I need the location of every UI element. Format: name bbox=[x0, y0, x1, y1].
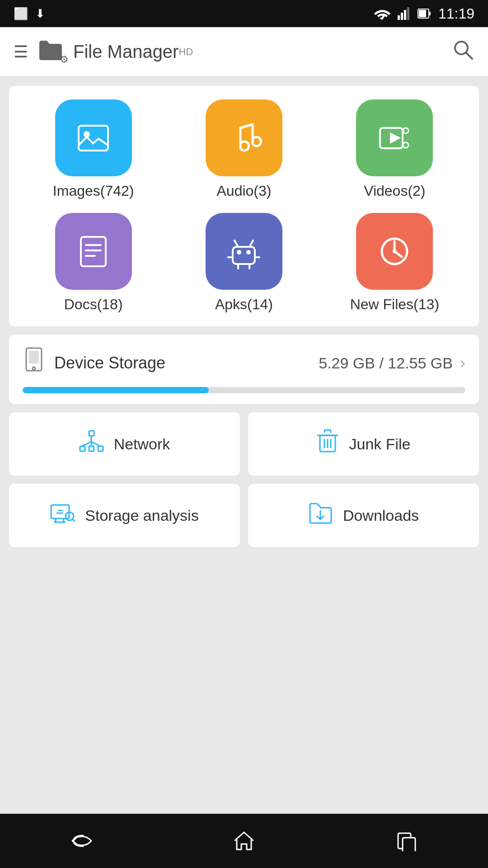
storage-chevron-icon: › bbox=[460, 354, 465, 373]
menu-button[interactable]: ☰ bbox=[14, 42, 28, 61]
downloads-label: Downloads bbox=[343, 507, 419, 524]
download-status-icon: ⬇ bbox=[35, 7, 45, 21]
images-icon-bg bbox=[55, 99, 132, 176]
svg-rect-0 bbox=[398, 15, 400, 20]
videos-icon-bg bbox=[356, 99, 433, 176]
new-files-icon-bg bbox=[356, 213, 433, 290]
svg-line-24 bbox=[249, 241, 253, 247]
wifi-icon bbox=[374, 7, 390, 20]
storage-row: Device Storage 5.29 GB / 12.55 GB › bbox=[23, 347, 465, 379]
svg-rect-6 bbox=[429, 12, 431, 15]
svg-rect-49 bbox=[51, 505, 69, 519]
storage-card[interactable]: Device Storage 5.29 GB / 12.55 GB › bbox=[9, 335, 479, 404]
main-content: Images(742) Audio(3) Video bbox=[0, 77, 488, 814]
svg-line-8 bbox=[466, 52, 472, 59]
storage-analysis-label: Storage analysis bbox=[85, 507, 198, 524]
svg-rect-2 bbox=[404, 10, 406, 20]
docs-label: Docs(18) bbox=[64, 296, 123, 313]
app-logo: ⚙ bbox=[37, 38, 69, 66]
network-button[interactable]: Network bbox=[9, 412, 240, 476]
storage-bar-fill bbox=[23, 387, 209, 393]
svg-rect-20 bbox=[233, 247, 255, 264]
network-icon bbox=[79, 430, 104, 458]
storage-bar-background bbox=[23, 387, 465, 393]
network-label: Network bbox=[114, 435, 170, 453]
home-button[interactable] bbox=[221, 823, 267, 859]
device-storage-icon bbox=[23, 347, 45, 379]
file-type-audio[interactable]: Audio(3) bbox=[173, 99, 314, 199]
docs-icon bbox=[74, 232, 113, 271]
battery-icon bbox=[418, 7, 431, 20]
svg-rect-39 bbox=[98, 446, 103, 451]
junk-file-button[interactable]: Junk File bbox=[248, 412, 479, 476]
status-bar: ⬜ ⬇ 11:19 bbox=[0, 0, 488, 27]
notif-icon-1: ⬜ bbox=[14, 7, 28, 21]
svg-point-21 bbox=[237, 250, 241, 255]
apks-icon bbox=[225, 232, 263, 271]
app-title-group: ⚙ File ManagerHD bbox=[37, 38, 193, 66]
svg-point-35 bbox=[33, 367, 35, 370]
svg-rect-5 bbox=[419, 10, 426, 17]
status-bar-left: ⬜ ⬇ bbox=[14, 7, 45, 21]
svg-point-14 bbox=[403, 142, 408, 148]
trash-icon bbox=[316, 429, 339, 459]
videos-icon bbox=[375, 119, 414, 157]
downloads-button[interactable]: Downloads bbox=[248, 484, 479, 547]
audio-icon-bg bbox=[206, 99, 282, 176]
recents-button[interactable] bbox=[384, 823, 429, 859]
back-button[interactable] bbox=[59, 823, 104, 859]
audio-icon bbox=[225, 119, 263, 157]
new-files-icon bbox=[375, 232, 414, 271]
app-bar-left: ☰ ⚙ File ManagerHD bbox=[14, 38, 193, 66]
storage-size-text: 5.29 GB / 12.55 GB bbox=[319, 354, 453, 372]
status-bar-right: 11:19 bbox=[374, 5, 474, 22]
app-bar: ☰ ⚙ File ManagerHD bbox=[0, 27, 488, 77]
apks-label: Apks(14) bbox=[215, 296, 273, 313]
download-folder-icon bbox=[308, 501, 333, 529]
svg-point-13 bbox=[403, 128, 408, 133]
file-type-docs[interactable]: Docs(18) bbox=[23, 213, 164, 313]
svg-line-23 bbox=[235, 241, 238, 247]
action-grid: Network Junk File bbox=[9, 412, 479, 547]
file-type-apks[interactable]: Apks(14) bbox=[173, 213, 314, 313]
file-type-new[interactable]: New Files(13) bbox=[324, 213, 465, 313]
svg-rect-9 bbox=[79, 126, 108, 151]
file-types-card: Images(742) Audio(3) Video bbox=[9, 86, 479, 326]
svg-rect-36 bbox=[89, 431, 94, 436]
svg-rect-59 bbox=[403, 838, 415, 851]
new-files-label: New Files(13) bbox=[350, 296, 439, 313]
svg-marker-12 bbox=[390, 132, 401, 144]
file-type-videos[interactable]: Videos(2) bbox=[324, 99, 465, 199]
bottom-nav bbox=[0, 814, 488, 868]
svg-line-54 bbox=[72, 519, 75, 521]
apks-icon-bg bbox=[206, 213, 282, 290]
signal-icon bbox=[398, 7, 410, 20]
search-button[interactable] bbox=[452, 38, 474, 66]
file-type-images[interactable]: Images(742) bbox=[23, 99, 164, 199]
storage-search-icon bbox=[50, 501, 75, 529]
svg-point-22 bbox=[246, 250, 251, 255]
clock: 11:19 bbox=[438, 5, 474, 22]
audio-label: Audio(3) bbox=[217, 183, 272, 199]
svg-rect-1 bbox=[401, 13, 403, 20]
junk-file-label: Junk File bbox=[349, 435, 410, 453]
app-title-text: File ManagerHD bbox=[73, 42, 193, 62]
svg-rect-37 bbox=[80, 446, 85, 451]
svg-rect-16 bbox=[81, 237, 106, 266]
svg-rect-3 bbox=[407, 7, 409, 20]
svg-rect-38 bbox=[89, 446, 94, 451]
storage-analysis-button[interactable]: Storage analysis bbox=[9, 484, 240, 547]
images-icon bbox=[74, 119, 113, 157]
storage-label: Device Storage bbox=[54, 354, 165, 373]
svg-rect-34 bbox=[29, 351, 39, 363]
videos-label: Videos(2) bbox=[364, 183, 425, 199]
gear-icon: ⚙ bbox=[60, 54, 69, 66]
images-label: Images(742) bbox=[53, 183, 134, 199]
svg-point-32 bbox=[393, 250, 396, 253]
storage-size-group: 5.29 GB / 12.55 GB › bbox=[319, 354, 465, 373]
storage-left: Device Storage bbox=[23, 347, 165, 379]
docs-icon-bg bbox=[55, 213, 132, 290]
